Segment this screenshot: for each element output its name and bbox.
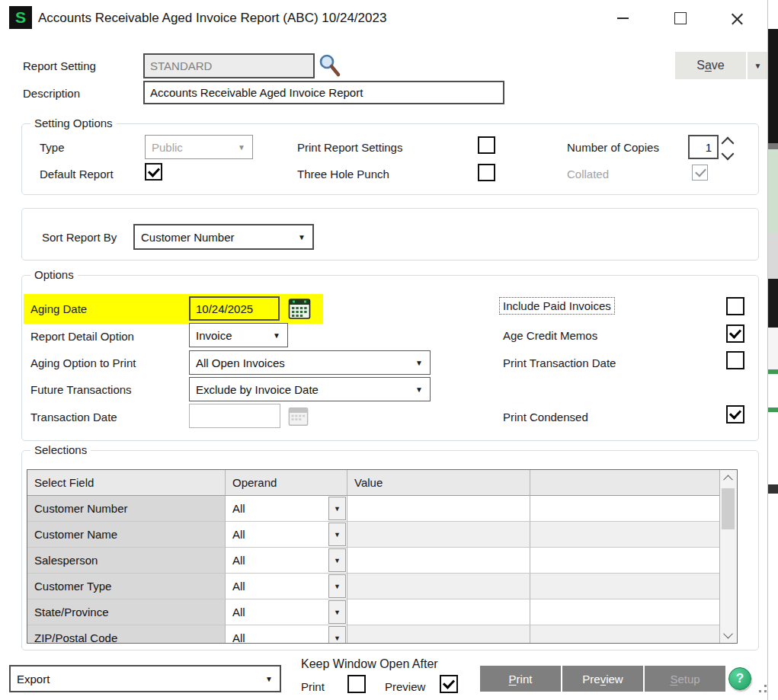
maximize-button[interactable] [664,6,697,30]
operand-cell[interactable]: All▼ [226,625,347,644]
column-header-operand[interactable]: Operand [226,470,347,496]
lookup-icon[interactable] [317,53,341,79]
future-transactions-label: Future Transactions [30,383,132,396]
operand-dropdown-button[interactable]: ▼ [328,600,346,624]
table-row: Customer TypeAll▼ [27,574,722,599]
sort-group [21,208,759,261]
select-field-cell[interactable]: Customer Type [27,574,226,599]
value-cell[interactable] [347,496,530,522]
operand-dropdown-button[interactable]: ▼ [328,626,346,644]
extra-cell [530,574,722,599]
keep-print-checkbox[interactable] [347,675,366,693]
setup-button: Setup [645,666,725,692]
description-input[interactable]: Accounts Receivable Aged Invoice Report [143,81,504,104]
operand-cell[interactable]: All▼ [226,548,347,574]
print-transaction-date-label: Print Transaction Date [503,356,616,369]
aging-date-label: Aging Date [30,302,87,315]
export-select[interactable]: Export▼ [9,665,281,692]
chevron-up-icon [723,475,733,484]
scroll-up-button[interactable] [720,470,736,487]
help-icon[interactable]: ? [728,667,751,690]
table-scrollbar[interactable] [719,470,737,643]
preview-button[interactable]: Preview [562,666,643,692]
operand-cell[interactable]: All▼ [226,574,347,599]
print-transaction-date-checkbox[interactable] [726,351,744,369]
number-of-copies-input[interactable]: 1 [688,135,719,159]
setting-options-group [21,123,759,195]
future-transactions-select[interactable]: Exclude by Invoice Date▼ [189,377,431,401]
close-button[interactable] [720,6,754,30]
value-cell[interactable] [347,522,530,548]
column-header-blank [530,470,722,496]
include-paid-invoices-checkbox[interactable] [726,297,744,315]
scroll-down-button[interactable] [720,626,736,643]
chevron-down-icon [723,628,733,638]
extra-cell [530,548,722,574]
report-detail-option-label: Report Detail Option [30,330,134,343]
sort-report-by-label: Sort Report By [42,231,117,244]
chevron-down-icon: ▼ [273,331,280,340]
report-setting-input[interactable]: STANDARD [143,53,315,78]
chevron-down-icon: ▼ [238,143,245,152]
number-of-copies-label: Number of Copies [567,141,659,154]
value-cell[interactable] [347,625,530,644]
type-select[interactable]: Public▼ [145,135,253,159]
transaction-date-input[interactable] [189,404,280,428]
keep-preview-label: Preview [385,680,425,693]
age-credit-memos-checkbox[interactable] [726,324,744,343]
column-header-value[interactable]: Value [347,470,530,496]
default-report-label: Default Report [40,168,114,181]
table-row: ZIP/Postal CodeAll▼ [27,625,722,644]
value-cell[interactable] [347,599,530,625]
operand-cell[interactable]: All▼ [226,599,347,625]
operand-cell[interactable]: All▼ [226,522,347,548]
calendar-icon[interactable] [288,297,311,320]
aging-option-to-print-select[interactable]: All Open Invoices▼ [189,350,431,375]
calendar-icon-disabled [288,406,309,427]
chevron-down-icon: ▼ [334,531,341,539]
operand-dropdown-button[interactable]: ▼ [328,523,346,546]
print-report-settings-checkbox[interactable] [478,136,495,154]
value-cell[interactable] [347,574,530,599]
description-label: Description [23,87,80,100]
minimize-button[interactable] [606,6,639,30]
keep-preview-checkbox[interactable] [440,675,458,693]
save-dropdown-button[interactable]: ▼ [748,52,768,79]
operand-cell[interactable]: All▼ [226,496,347,522]
window-title: Accounts Receivable Aged Invoice Report … [38,11,386,26]
print-button[interactable]: Print [480,666,561,692]
table-row: Customer NameAll▼ [27,522,722,548]
operand-dropdown-button[interactable]: ▼ [328,574,346,598]
chevron-down-icon: ▼ [334,557,341,564]
collated-checkbox [692,165,708,181]
save-button[interactable]: Save [675,52,746,79]
select-field-cell[interactable]: Customer Name [27,522,226,548]
select-field-cell[interactable]: Customer Number [27,496,226,522]
aging-date-input[interactable]: 10/24/2025 [189,296,280,321]
operand-dropdown-button[interactable]: ▼ [328,548,346,572]
selections-group-label: Selections [30,443,91,456]
sort-report-by-select[interactable]: Customer Number▼ [133,224,314,250]
select-field-cell[interactable]: State/Province [27,599,226,625]
setting-options-group-label: Setting Options [30,117,117,129]
select-field-cell[interactable]: ZIP/Postal Code [27,625,226,644]
operand-dropdown-button[interactable]: ▼ [328,497,346,520]
minimize-icon [617,18,629,19]
column-header-select-field[interactable]: Select Field [27,470,226,496]
save-button-label: S [696,59,705,72]
resize-grip[interactable] [759,679,761,682]
extra-cell [530,625,722,644]
chevron-down-icon: ▼ [415,385,423,394]
report-setting-label: Report Setting [23,59,96,72]
print-condensed-label: Print Condensed [503,411,588,424]
select-field-cell[interactable]: Salesperson [27,548,226,574]
options-group-label: Options [30,268,78,281]
report-detail-option-select[interactable]: Invoice▼ [189,323,288,347]
print-condensed-checkbox[interactable] [726,405,744,424]
three-hole-punch-checkbox[interactable] [478,164,495,181]
value-cell[interactable] [347,548,530,574]
default-report-checkbox[interactable] [145,163,162,181]
scrollbar-thumb[interactable] [722,488,735,529]
table-row: Customer NumberAll▼ [27,496,722,522]
chevron-down-icon: ▼ [334,609,341,616]
